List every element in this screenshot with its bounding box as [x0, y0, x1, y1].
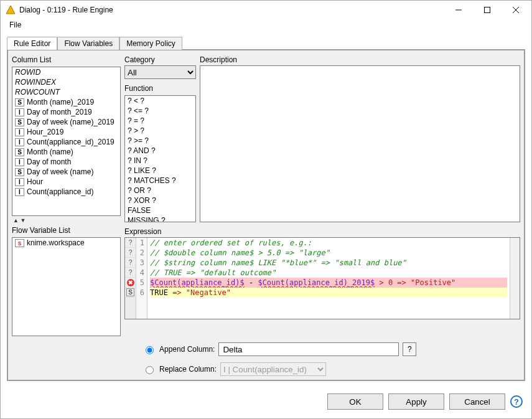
replace-column-radio[interactable] — [146, 366, 154, 374]
line-status-icon: ? — [125, 238, 136, 248]
right-column: Category All Function ? < ? ? <= ? ? = ?… — [124, 54, 520, 336]
line-error-icon: ✖ — [125, 278, 136, 288]
list-item[interactable]: SMonth (name) — [12, 147, 120, 157]
app-icon — [6, 5, 16, 15]
type-s-icon: S — [15, 98, 24, 106]
append-column-label: Append Column: — [159, 345, 215, 354]
type-s-icon: S — [15, 168, 24, 176]
flowvar-s-icon: s — [15, 239, 24, 247]
ok-button[interactable]: OK — [327, 393, 383, 410]
left-column: Column List ROWID ROWINDEX ROWCOUNT SMon… — [12, 54, 121, 336]
type-i-icon: I — [15, 138, 24, 146]
list-item[interactable]: ? < ? — [125, 96, 195, 106]
maximize-button[interactable] — [473, 1, 502, 19]
list-item[interactable]: IHour_2019 — [12, 127, 120, 137]
type-s-icon: S — [15, 118, 24, 126]
minimize-button[interactable] — [444, 1, 473, 19]
tab-flow-variables[interactable]: Flow Variables — [57, 37, 119, 50]
list-item[interactable]: ? >= ? — [125, 136, 195, 146]
close-button[interactable] — [502, 1, 530, 19]
svg-rect-2 — [485, 7, 490, 13]
list-item[interactable]: IDay of month — [12, 157, 120, 167]
help-icon[interactable]: ? — [510, 395, 523, 408]
list-item[interactable]: s knime.workspace — [12, 238, 120, 248]
list-item[interactable]: ? AND ? — [125, 146, 195, 156]
description-box — [200, 65, 520, 222]
expression-editor[interactable]: ? ? ? ? ✖ S 123456 // enter ordered set … — [124, 237, 520, 319]
list-item[interactable]: ? = ? — [125, 116, 195, 126]
tab-rule-editor[interactable]: Rule Editor — [7, 37, 57, 50]
list-item[interactable]: IHour — [12, 177, 120, 187]
replace-column-label: Replace Column: — [159, 365, 217, 374]
list-item[interactable]: ? > ? — [125, 126, 195, 136]
line-status-icon: ? — [125, 248, 136, 258]
description-label: Description — [200, 54, 520, 65]
list-item[interactable]: ROWINDEX — [12, 77, 120, 87]
flow-var-list-label: Flow Variable List — [12, 225, 121, 236]
flow-variable-list[interactable]: s knime.workspace — [12, 237, 121, 336]
editor-gutter-numbers: 123456 — [136, 238, 147, 319]
category-select[interactable]: All — [124, 65, 196, 79]
function-label: Function — [124, 83, 196, 94]
type-i-icon: I — [15, 178, 24, 186]
list-item[interactable]: ? <= ? — [125, 106, 195, 116]
column-list[interactable]: ROWID ROWINDEX ROWCOUNT SMonth (name)_20… — [12, 67, 121, 216]
list-item[interactable]: ? OR ? — [125, 186, 195, 195]
editor-scrollbar[interactable] — [510, 238, 520, 319]
line-status-icon: ? — [125, 268, 136, 278]
apply-button[interactable]: Apply — [388, 393, 444, 410]
list-item[interactable]: FALSE — [125, 205, 195, 215]
tab-memory-policy[interactable]: Memory Policy — [119, 37, 182, 50]
menu-bar: File — [1, 19, 531, 32]
titlebar: Dialog - 0:119 - Rule Engine — [1, 1, 531, 19]
type-i-icon: I — [15, 128, 24, 136]
list-item[interactable]: ? LIKE ? — [125, 166, 195, 176]
list-item[interactable]: IDay of month_2019 — [12, 107, 120, 117]
type-i-icon: I — [15, 158, 24, 166]
menu-file[interactable]: File — [6, 19, 25, 31]
list-item[interactable]: ? IN ? — [125, 156, 195, 166]
replace-column-select: I | Count(appliance_id) — [220, 362, 326, 376]
list-item[interactable]: ICount(appliance_id) — [12, 187, 120, 197]
svg-marker-0 — [6, 6, 15, 14]
list-item[interactable]: SMonth (name)_2019 — [12, 97, 120, 107]
type-s-icon: S — [15, 148, 24, 156]
editor-gutter-icons: ? ? ? ? ✖ S — [125, 238, 136, 319]
splitter-handle[interactable]: ▲ ▼ — [12, 217, 121, 224]
footer: OK Apply Cancel ? — [1, 387, 531, 418]
window-title: Dialog - 0:119 - Rule Engine — [19, 6, 444, 14]
list-item[interactable]: ROWID — [12, 67, 120, 77]
type-i-icon: I — [15, 108, 24, 116]
list-item[interactable]: ? MATCHES ? — [125, 176, 195, 186]
help-square-button[interactable]: ? — [403, 342, 416, 356]
output-options: Append Column: ? Replace Column: I | Cou… — [142, 342, 520, 376]
type-i-icon: I — [15, 188, 24, 196]
tabstrip: Rule Editor Flow Variables Memory Policy — [7, 35, 525, 49]
list-item[interactable]: MISSING ? — [125, 215, 195, 222]
rule-editor-panel: Column List ROWID ROWINDEX ROWCOUNT SMon… — [7, 49, 525, 381]
list-item[interactable]: ICount(appliance_id)_2019 — [12, 137, 120, 147]
line-status-icon: ? — [125, 258, 136, 268]
list-item[interactable]: ? XOR ? — [125, 195, 195, 205]
code-area[interactable]: // enter ordered set of rules, e.g.: // … — [147, 238, 510, 319]
append-column-input[interactable] — [218, 342, 399, 356]
function-list[interactable]: ? < ? ? <= ? ? = ? ? > ? ? >= ? ? AND ? … — [124, 95, 196, 222]
append-column-radio[interactable] — [146, 346, 154, 354]
content-area: Rule Editor Flow Variables Memory Policy… — [1, 32, 531, 387]
line-status-icon: S — [125, 288, 136, 298]
column-list-label: Column List — [12, 54, 121, 65]
list-item[interactable]: SDay of week (name) — [12, 167, 120, 177]
list-item[interactable]: ROWCOUNT — [12, 87, 120, 97]
expression-label: Expression — [124, 226, 520, 237]
category-label: Category — [124, 54, 196, 65]
list-item[interactable]: SDay of week (name)_2019 — [12, 117, 120, 127]
cancel-button[interactable]: Cancel — [449, 393, 505, 410]
